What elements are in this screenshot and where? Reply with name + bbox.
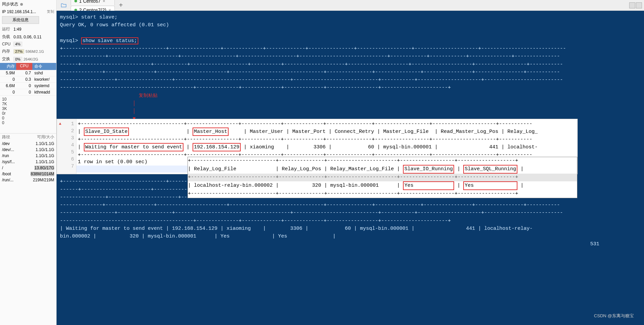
tab-bar: 1 Centos7×2 Centos7(2)× + bbox=[57, 0, 644, 11]
term-cursor-pos: 531 bbox=[60, 241, 599, 247]
close-icon[interactable]: × bbox=[103, 0, 105, 4]
term-data-row: bin.000002 | 320 | mysql-bin.000001 | Ye… bbox=[60, 233, 336, 239]
arrow-up-icon: ▲ bbox=[59, 121, 61, 127]
ip-row: IP 192.168.154.1... 复制 bbox=[0, 8, 56, 15]
col-slave-io-state: Slave_IO_State bbox=[84, 128, 129, 136]
new-tab-button[interactable]: + bbox=[116, 1, 126, 9]
sidebar: 同步状态 IP 192.168.154.1... 复制 系统信息 运行 1:49… bbox=[0, 0, 57, 325]
grid-view-icon[interactable] bbox=[629, 2, 635, 8]
disk-row: /boot838M/1014M bbox=[0, 171, 56, 177]
term-line: mysql> start slave; bbox=[60, 14, 117, 20]
watermark: CSDN @东离与糖宝 bbox=[594, 313, 634, 319]
disk-row: /13.8G/17G bbox=[0, 165, 56, 171]
col-slave-sql-running: Slave_SQL_Running bbox=[463, 165, 517, 174]
sync-status: 同步状态 bbox=[0, 0, 56, 8]
val-slave-io-state: Waiting for master to send event bbox=[84, 143, 183, 151]
process-row[interactable]: 6.6M0systemd bbox=[0, 83, 56, 89]
process-row[interactable]: 00.3kworker/ bbox=[0, 76, 56, 83]
disk-row: /sys/f...1.1G/1.1G bbox=[0, 159, 56, 165]
system-info-button[interactable]: 系统信息 bbox=[2, 16, 39, 24]
val-master-host: 192.168.154.129 bbox=[193, 143, 241, 151]
process-row[interactable]: 00kthreadd bbox=[0, 89, 56, 96]
disk-row: /dev1.1G/1.1G bbox=[0, 141, 56, 147]
ip-value: IP 192.168.154.1... bbox=[2, 9, 36, 14]
view-toggle[interactable] bbox=[629, 2, 642, 8]
highlighted-command: show slave status; bbox=[81, 37, 138, 44]
tab[interactable]: 1 Centos7× bbox=[71, 0, 115, 5]
copy-button[interactable]: 复制 bbox=[47, 9, 54, 14]
sync-label: 同步状态 bbox=[2, 1, 18, 7]
process-row[interactable]: 5.9M0.7sshd bbox=[0, 70, 56, 76]
folder-icon[interactable] bbox=[61, 3, 67, 8]
line-gutter: ▲ 1234567 bbox=[57, 119, 76, 174]
disk-row: /run/...219M/219M bbox=[0, 177, 56, 183]
list-view-icon[interactable] bbox=[636, 2, 642, 8]
term-data-row: | Waiting for master to send event | 192… bbox=[60, 226, 533, 231]
process-header: 内存 CPU 命令 bbox=[0, 63, 56, 70]
sync-dot-icon bbox=[20, 3, 23, 6]
disk-header: 路径 可用/大小 bbox=[0, 133, 56, 141]
uptime-row: 运行 1:49 bbox=[0, 25, 56, 33]
status-dot-icon bbox=[74, 0, 77, 2]
val-slave-io-running: Yes bbox=[403, 181, 454, 190]
val-slave-sql-running: Yes bbox=[463, 181, 517, 190]
table-overlay: +----------------------------+----------… bbox=[188, 157, 577, 198]
truncated-rows: 107K3K0r00 bbox=[0, 96, 56, 127]
disk-row: /dev/...1.1G/1.1G bbox=[0, 147, 56, 153]
annotation-text: 复制粘贴 bbox=[139, 93, 158, 98]
swap-row: 交换 0% 264K/2G bbox=[0, 55, 56, 63]
col-master-host: Master_Host bbox=[193, 128, 229, 136]
cpu-row: CPU 4% bbox=[0, 41, 56, 47]
term-line: Query OK, 0 rows affected (0.01 sec) bbox=[60, 22, 169, 28]
mem-row: 内存 27% 596M/2.1G bbox=[0, 47, 56, 55]
col-slave-io-running: Slave_IO_Running bbox=[403, 165, 454, 174]
main: 1 Centos7×2 Centos7(2)× + mysql> start s… bbox=[57, 0, 644, 325]
load-row: 负载 0.03, 0.06, 0.11 bbox=[0, 33, 56, 41]
disk-row: /run1.1G/1.1G bbox=[0, 153, 56, 159]
